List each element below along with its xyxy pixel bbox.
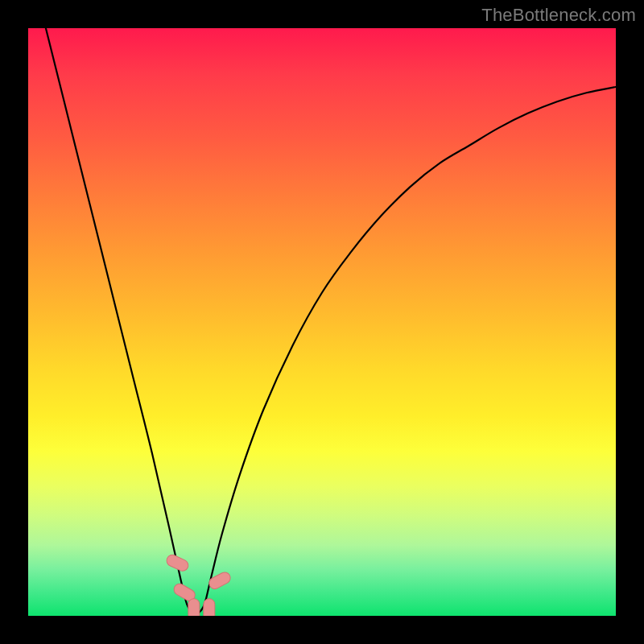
marker-left-start — [165, 553, 190, 573]
marker-valley-right — [204, 599, 215, 616]
marker-right-end — [207, 570, 232, 591]
curve-markers — [165, 553, 233, 616]
bottleneck-curve-svg — [28, 28, 616, 616]
marker-valley-left — [188, 599, 200, 616]
bottleneck-curve — [46, 28, 616, 614]
plot-area — [28, 28, 616, 616]
chart-frame: TheBottleneck.com — [0, 0, 644, 644]
watermark-text: TheBottleneck.com — [481, 5, 636, 26]
